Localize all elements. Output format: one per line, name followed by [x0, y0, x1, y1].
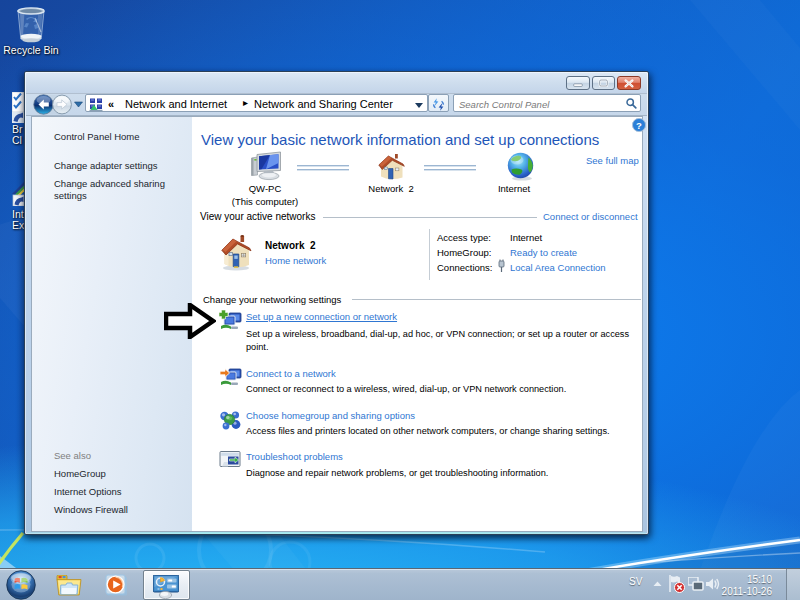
- svg-text:?: ?: [636, 120, 642, 131]
